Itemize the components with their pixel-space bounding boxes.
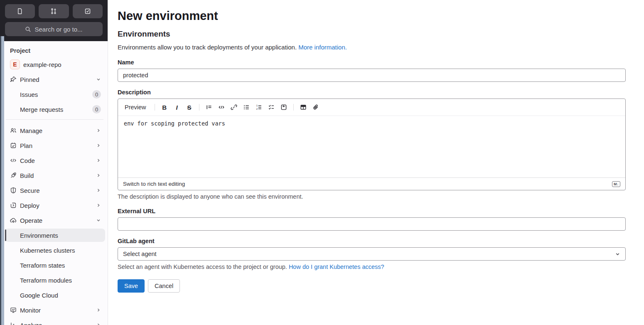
collapsible-section-button[interactable]	[278, 101, 290, 113]
sidebar-item-google-cloud[interactable]: Google Cloud	[5, 288, 105, 302]
monitor-icon	[10, 307, 17, 313]
sidebar-item-environments[interactable]: Environments	[5, 229, 105, 242]
agent-help-text: Select an agent with Kubernetes access t…	[118, 263, 287, 270]
search-placeholder: Search or go to...	[34, 26, 82, 33]
sidebar-item-issues[interactable]: Issues 0	[5, 88, 105, 101]
description-label: Description	[118, 89, 626, 96]
chevron-down-icon	[96, 218, 101, 223]
sidebar-item-plan[interactable]: Plan	[5, 139, 105, 152]
main-content: New environment Environments Environment…	[108, 0, 644, 325]
users-icon	[10, 127, 17, 134]
editor-footer: Switch to rich text editing M↓	[118, 177, 625, 190]
pin-icon	[10, 76, 17, 83]
bold-button[interactable]: B	[159, 101, 170, 113]
sidebar-menu: Project E example-repo Pinned Issues 0 M…	[0, 41, 108, 325]
chevron-right-icon	[96, 173, 101, 178]
paperclip-icon	[312, 104, 319, 111]
gitlab-agent-select[interactable]: Select agent	[118, 247, 626, 261]
toolbar-separator	[155, 104, 155, 111]
cancel-button[interactable]: Cancel	[148, 279, 180, 293]
deploy-icon	[10, 202, 17, 209]
name-input[interactable]	[118, 69, 626, 82]
project-name: example-repo	[23, 61, 61, 68]
sidebar-item-secure[interactable]: Secure	[5, 184, 105, 197]
name-label: Name	[118, 59, 626, 66]
bullet-list-icon	[243, 104, 250, 111]
insert-code-button[interactable]	[216, 101, 227, 113]
external-url-label: External URL	[118, 208, 626, 214]
sidebar-item-code[interactable]: Code	[5, 154, 105, 167]
todo-shortcut-button[interactable]	[73, 4, 103, 18]
blockquote-button[interactable]	[203, 101, 215, 113]
issues-icon	[17, 8, 23, 15]
chevron-down-icon	[96, 77, 101, 82]
numbered-list-button[interactable]: 1 2	[253, 101, 265, 113]
insert-table-button[interactable]	[297, 101, 309, 113]
rocket-icon	[10, 172, 17, 179]
issues-count-badge: 0	[92, 90, 101, 98]
sidebar-item-analyze[interactable]: Analyze	[5, 318, 105, 325]
task-list-button[interactable]	[265, 101, 277, 113]
markdown-icon: M↓	[612, 181, 620, 187]
sidebar-item-project[interactable]: E example-repo	[5, 58, 105, 71]
link-icon	[231, 104, 237, 111]
project-avatar: E	[10, 59, 20, 69]
sidebar-item-kubernetes-clusters[interactable]: Kubernetes clusters	[5, 244, 105, 257]
selected-agent-value: Select agent	[123, 251, 157, 257]
chevron-right-icon	[96, 128, 101, 133]
gitlab-agent-label: GitLab agent	[118, 238, 626, 244]
page-title: New environment	[118, 9, 626, 23]
project-section-label: Project	[4, 41, 108, 58]
toolbar-separator	[199, 104, 199, 111]
sidebar-item-pinned[interactable]: Pinned	[5, 73, 105, 86]
search-icon	[25, 26, 31, 32]
sidebar-item-terraform-modules[interactable]: Terraform modules	[5, 273, 105, 287]
bullet-list-button[interactable]	[241, 101, 252, 113]
external-url-input[interactable]	[118, 217, 626, 231]
sidebar-item-monitor[interactable]: Monitor	[5, 303, 105, 317]
chevron-right-icon	[96, 308, 101, 313]
sidebar-topbar: Search or go to...	[0, 0, 108, 41]
chevron-right-icon	[96, 158, 101, 163]
sidebar-item-manage[interactable]: Manage	[5, 124, 105, 137]
sidebar-item-operate[interactable]: Operate	[5, 214, 105, 227]
svg-text:2: 2	[256, 108, 258, 110]
calendar-check-icon	[10, 142, 17, 149]
chart-icon	[10, 322, 17, 325]
toolbar-separator	[293, 104, 294, 111]
save-button[interactable]: Save	[118, 279, 145, 293]
attach-file-button[interactable]	[310, 101, 322, 113]
sidebar-item-terraform-states[interactable]: Terraform states	[5, 259, 105, 272]
sidebar-item-merge-requests[interactable]: Merge requests 0	[5, 103, 105, 116]
strikethrough-button[interactable]: S	[184, 101, 195, 113]
chevron-right-icon	[96, 203, 101, 208]
kubernetes-access-link[interactable]: How do I grant Kubernetes access?	[289, 263, 384, 270]
insert-link-button[interactable]	[228, 101, 240, 113]
sidebar-item-deploy[interactable]: Deploy	[5, 199, 105, 212]
chevron-down-icon	[615, 251, 620, 257]
numbered-list-icon: 1 2	[256, 104, 262, 111]
section-heading: Environments	[118, 30, 626, 39]
table-icon	[300, 104, 307, 111]
sidebar: Search or go to... Project E example-rep…	[0, 0, 108, 325]
description-textarea[interactable]: env for scoping protected vars	[118, 116, 625, 177]
chevron-right-icon	[96, 323, 101, 325]
italic-button[interactable]: I	[171, 101, 183, 113]
window-edge-strip	[0, 36, 4, 325]
chevron-right-icon	[96, 188, 101, 193]
chevron-right-icon	[96, 143, 101, 148]
merge-requests-shortcut-button[interactable]	[39, 4, 69, 18]
preview-button[interactable]: Preview	[122, 102, 151, 112]
details-block-icon	[280, 104, 287, 111]
issues-shortcut-button[interactable]	[5, 4, 35, 18]
markdown-editor: Preview B I S	[118, 98, 626, 190]
cloud-gear-icon	[10, 217, 17, 224]
switch-rich-text-link[interactable]: Switch to rich text editing	[123, 181, 185, 187]
more-information-link[interactable]: More information.	[298, 44, 347, 51]
sidebar-item-build[interactable]: Build	[5, 169, 105, 182]
merge-requests-count-badge: 0	[92, 105, 101, 113]
code-icon	[218, 104, 225, 111]
description-help-text: The description is displayed to anyone w…	[118, 193, 626, 200]
search-input[interactable]: Search or go to...	[5, 22, 103, 36]
quote-icon	[206, 104, 212, 111]
